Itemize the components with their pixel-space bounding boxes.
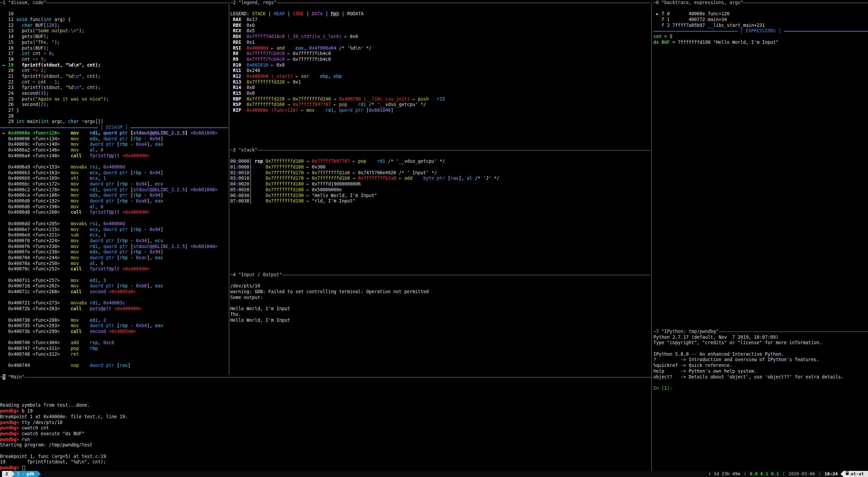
text-run: 0x400735 <func+293> [0,323,71,328]
text-run: 0 [101,204,103,209]
text-run: 0x4006b9 <func+169> [0,176,71,181]
text-run: %quickref -> Quick reference. [653,363,732,368]
text-run: 3 [41,91,43,96]
text-run: Reading symbols from test...done. [0,403,90,408]
text-run: RWX [331,11,339,16]
text-run: run [22,437,30,442]
text-run: BUF[ [33,23,46,28]
text-run: 16 puts(BUF); [0,46,49,51]
terminal-line: %quickref -> Quick reference. [653,363,868,369]
text-run: char [22,23,33,28]
text-run [79,255,90,260]
text-run: 17 [0,51,22,56]
text-run: 28 [0,113,14,119]
text-run [79,261,90,266]
text-run: \n [71,28,76,33]
text-run: , [98,193,103,198]
text-run: qword ptr [103,187,128,192]
text-run: ] [160,227,163,232]
text-run: pwndbg> [0,408,22,413]
text-run: ], [147,142,155,147]
pane-input-output[interactable]: ─4 "Input / Output"/dev/pts/10warning: G… [230,272,650,374]
text-run: 0x4006a9 <func+153> [0,164,71,170]
text-run: 0x40070c <func+252> [0,266,71,271]
text-run: mov [71,198,79,204]
text-run: RBX [230,23,247,28]
pane-disasm-code[interactable]: ─1 "disasm, code" 10 11 void func(int ar… [0,0,228,374]
terminal-line: 0x4006a4 <func+148> call fprintf@plt <0x… [0,153,228,159]
text-run: pwndbg> [0,431,22,436]
text-run: ], [147,198,155,204]
text-run: rbp [120,238,128,243]
text-run: puts@plt [90,306,111,311]
hostname-segment: at-at [844,471,868,477]
text-run: 0x7fffffffd1a0 [312,170,350,175]
text-run: int [41,119,49,124]
text-run: mov [71,278,79,283]
text-run: call [71,210,82,215]
text-run: 21 fprintf(stdout, [0,74,65,79]
terminal-line: 02:0010│ 0x7fffffffd170 → 0x7fffffffd1a0… [230,170,650,176]
pane-border-line [24,377,651,380]
text-run: sub [71,232,79,237]
text-run: 0x7fffffffd168 [266,164,304,170]
text-run: LEGEND: [230,11,252,16]
text-run: argv[]) [84,119,103,124]
terminal-line: 23 fprintf(stdout, "%d\n", cnt); [0,85,228,91]
text-run: edx [90,136,98,141]
text-run [79,323,90,328]
text-run: IPython 5.8.0 -- An enhanced Interactive… [653,352,784,357]
separator-chevron-icon: ⟨ [818,471,822,477]
text-run [79,136,90,141]
text-run: dword ptr [103,136,128,141]
text-run [46,51,49,56]
pane-stack[interactable]: ─3 "stack"00:0000│ rsp 0x7fffffffd160 → … [230,147,650,272]
text-run: 0x94 [136,181,147,187]
window-index: 1 [17,471,20,476]
pane-border-title: ─3 "stack" [230,147,650,153]
terminal-line: f 1 400772 main+34 [653,17,868,23]
text-run: ] [185,244,190,249]
text-run: add [71,340,79,345]
text-run: 25 puts( [0,96,35,102]
session-indicator[interactable]: 2 [2,471,12,477]
text-run: → [285,102,293,107]
text-run [79,204,90,209]
text-run: call [71,306,82,311]
text-run: 13 puts( [0,28,35,33]
pane-main-gdb[interactable]: ─5 "Main"Reading symbols from test...don… [0,374,651,471]
text-run: cwatch execute "ds BUF" [22,431,84,436]
window-tab-gdb[interactable]: 1›gdb [12,471,38,477]
terminal-line: 0x4006f6 <func+230> mov rdi, qword ptr [… [0,244,228,250]
terminal-blank-line [230,153,650,159]
text-run: "%d [65,85,73,90]
text-run: ► f 0 [653,11,672,16]
text-run: ); [54,40,60,45]
text-run: al [90,147,95,153]
text-run: void [16,17,27,22]
text-run: "Again as it was so nice" [35,96,103,102]
text-run: add [404,176,412,181]
pane-legend-regs[interactable]: ─2 "legend, regs"LEGEND: STACK | HEAP | … [230,0,650,147]
text-run: arg) { [52,17,71,22]
text-run: ← [410,96,418,102]
text-run: rsi [90,221,98,226]
pane-backtrace-expressions[interactable]: ─6 "backtrace, expressions, args" ► f 0 … [653,0,868,329]
terminal-line: 0x4006f0 <func+224> mov dword ptr [rbp -… [0,238,228,244]
text-run: f 1 [653,17,672,22]
terminal-line: pwndbg> b 19 [0,408,651,414]
text-run: dword ptr [103,249,128,254]
text-run: eax [155,198,163,204]
text-run: ← 0x0 [268,63,285,68]
text-run: mov [71,255,79,260]
text-run: - [128,255,136,260]
text-run: , [333,108,339,113]
text-run: \n [73,85,79,90]
hostname: at-at [851,471,864,477]
text-run: ], [147,255,155,260]
pane-ipython[interactable]: ─7 "IPython: tmp/pwndbg"Python 2.7.17 (d… [653,329,868,471]
text-run [366,159,377,164]
terminal-line: 0x400747 <func+311> pop rbp [0,346,228,352]
terminal-blank-line [0,391,651,397]
text-run: Breakpoint 1, func (arg=5) at test.c:19 [0,454,106,459]
